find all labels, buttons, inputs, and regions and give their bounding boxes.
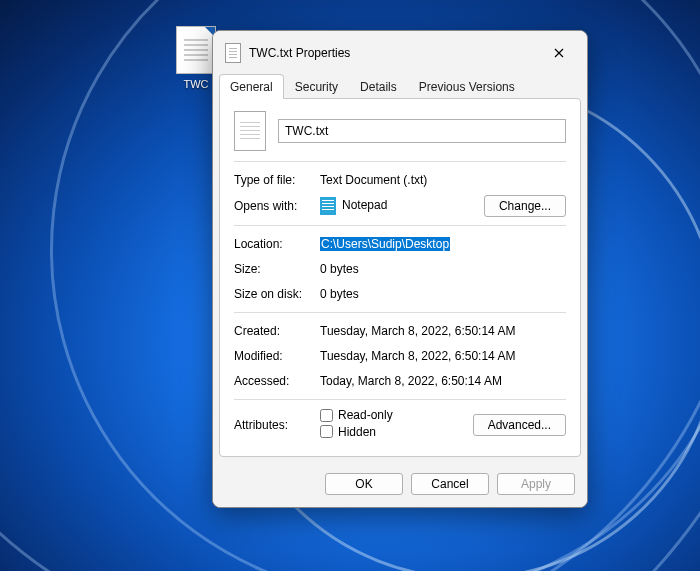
created-value: Tuesday, March 8, 2022, 6:50:14 AM <box>320 324 566 338</box>
text-file-icon <box>225 43 241 63</box>
close-icon <box>554 48 564 58</box>
ok-button[interactable]: OK <box>325 473 403 495</box>
advanced-button[interactable]: Advanced... <box>473 414 566 436</box>
properties-dialog: TWC.txt Properties General Security Deta… <box>212 30 588 508</box>
readonly-checkbox[interactable]: Read-only <box>320 408 393 422</box>
opens-with-label: Opens with: <box>234 199 320 213</box>
notepad-icon <box>320 197 336 215</box>
accessed-label: Accessed: <box>234 374 320 388</box>
tab-general[interactable]: General <box>219 74 284 99</box>
apply-button[interactable]: Apply <box>497 473 575 495</box>
separator <box>234 399 566 400</box>
window-title: TWC.txt Properties <box>249 46 541 60</box>
location-value[interactable]: C:\Users\Sudip\Desktop <box>320 237 566 251</box>
tab-strip: General Security Details Previous Versio… <box>213 73 587 98</box>
opens-with-value: Notepad <box>320 197 484 215</box>
filename-input[interactable] <box>278 119 566 143</box>
attributes-label: Attributes: <box>234 418 320 432</box>
change-button[interactable]: Change... <box>484 195 566 217</box>
file-type-icon <box>234 111 266 151</box>
cancel-button[interactable]: Cancel <box>411 473 489 495</box>
separator <box>234 161 566 162</box>
separator <box>234 225 566 226</box>
close-button[interactable] <box>541 39 577 67</box>
accessed-value: Today, March 8, 2022, 6:50:14 AM <box>320 374 566 388</box>
location-label: Location: <box>234 237 320 251</box>
separator <box>234 312 566 313</box>
general-panel: Type of file: Text Document (.txt) Opens… <box>219 98 581 457</box>
size-on-disk-value: 0 bytes <box>320 287 566 301</box>
hidden-checkbox-input[interactable] <box>320 425 333 438</box>
tab-security[interactable]: Security <box>284 74 349 99</box>
hidden-checkbox[interactable]: Hidden <box>320 425 376 439</box>
created-label: Created: <box>234 324 320 338</box>
modified-label: Modified: <box>234 349 320 363</box>
type-of-file-value: Text Document (.txt) <box>320 173 566 187</box>
attributes-group: Read-only Hidden <box>320 408 473 441</box>
text-file-icon <box>176 26 216 74</box>
readonly-checkbox-input[interactable] <box>320 409 333 422</box>
tab-details[interactable]: Details <box>349 74 408 99</box>
tab-previous-versions[interactable]: Previous Versions <box>408 74 526 99</box>
modified-value: Tuesday, March 8, 2022, 6:50:14 AM <box>320 349 566 363</box>
type-of-file-label: Type of file: <box>234 173 320 187</box>
dialog-button-row: OK Cancel Apply <box>213 463 587 507</box>
titlebar[interactable]: TWC.txt Properties <box>213 31 587 73</box>
size-on-disk-label: Size on disk: <box>234 287 320 301</box>
size-value: 0 bytes <box>320 262 566 276</box>
size-label: Size: <box>234 262 320 276</box>
